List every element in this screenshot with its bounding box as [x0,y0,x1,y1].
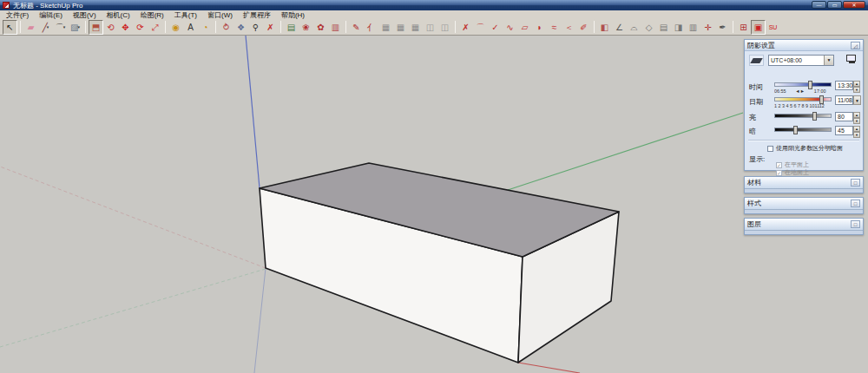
axes-tool[interactable]: ✛ [700,20,715,35]
sample-paint-tool[interactable]: ◨ [671,20,686,35]
light-spinner[interactable]: ▲▼ [853,112,860,121]
menu-edit[interactable]: 编辑(E) [39,10,62,20]
zoom-extents-tool[interactable]: ✗ [263,20,278,35]
maximize-button[interactable]: ▭ [827,1,842,9]
details-toggle-button[interactable] [846,55,858,65]
checkbox-icon[interactable]: ✓ [776,170,782,176]
select-tool[interactable]: ↖ [3,20,17,35]
titlebar[interactable]: 无标题 - SketchUp Pro —▭✕ [0,0,868,10]
rectangle-tool[interactable]: ▨▾ [68,20,82,35]
arc-edit-tool[interactable]: ⌓ [627,20,641,35]
orbit-tool[interactable]: ⥁ [219,20,233,35]
pages-tool[interactable]: ▤ [656,20,671,35]
arc-tool[interactable]: ⌒▾ [53,20,68,35]
grid-sample-tool[interactable]: ▥ [686,20,700,35]
light-slider-handle[interactable] [812,112,817,121]
dark-slider[interactable] [774,128,832,132]
bevel-tool[interactable]: ∠ [612,20,627,35]
tray-layers-header[interactable]: 图层 □ [745,219,863,230]
push-pull-tool[interactable]: ⬒ [89,20,103,35]
components-button[interactable]: ❀ [299,20,313,35]
menu-file[interactable]: 文件(F) [6,10,29,20]
time-value-field[interactable]: 13:30 [835,81,853,90]
use-sun-checkbox[interactable]: 使用阳光参数区分明暗面 [767,144,843,153]
menu-camera[interactable]: 相机(C) [107,10,130,20]
scale-tool[interactable]: ⤢ [148,20,162,35]
tray-materials-header[interactable]: 材料 □ [745,177,863,188]
toolbar-separator [20,21,21,33]
menu-help[interactable]: 帮助(H) [281,10,305,20]
grid-tool-1[interactable]: ▦ [378,20,393,35]
tray-expand-icon[interactable]: □ [851,220,860,228]
timezone-select[interactable]: UTC+08:00 ▼ [768,55,834,66]
draw-check-tool[interactable]: ✓ [488,20,503,35]
dark-spinner[interactable]: ▲▼ [853,126,860,135]
dark-slider-handle[interactable] [793,126,798,134]
protractor-tool[interactable]: ◔ [198,20,213,35]
tray-materials: 材料 □ [744,176,864,193]
draw-zigzag-tool[interactable]: ∿ [503,20,517,35]
rotate-tool[interactable]: ⟳ [133,20,148,35]
light-slider[interactable] [774,114,832,118]
draw-shape-tool[interactable]: ◗ [532,20,547,35]
follow-me-tool[interactable]: ⟲ [103,20,118,35]
date-value-field[interactable]: 11/08 [835,95,853,105]
menu-view[interactable]: 视图(V) [73,10,96,20]
checkbox-icon[interactable] [767,146,773,152]
light-value-field[interactable]: 80 [835,112,853,121]
draw-pen-tool[interactable]: ✐ [576,20,591,35]
shadow-display-button[interactable]: ▣ [751,20,766,35]
draw-arc-tool[interactable]: ⌒ [473,20,488,35]
panel-stack-tool-1[interactable]: ◫ [423,20,437,35]
close-button[interactable]: ✕ [843,1,865,9]
date-dropdown-button[interactable]: ▼ [853,95,861,105]
component-browser-button[interactable]: ▤ [284,20,299,35]
chevron-down-icon[interactable]: ▾ [47,20,49,35]
viewport-canvas[interactable] [0,36,868,373]
text-tool[interactable]: A [183,20,198,35]
menu-draw[interactable]: 绘图(R) [141,10,164,20]
dark-value-field[interactable]: 45 [835,126,853,135]
time-slider[interactable] [774,82,832,87]
move-tool[interactable]: ✥ [118,20,133,35]
menu-window[interactable]: 窗口(W) [207,10,233,20]
menu-extensions[interactable]: 扩展程序 [243,10,271,20]
time-spinner[interactable]: ▲▼ [853,81,860,90]
tray-styles-header[interactable]: 样式 □ [745,198,863,209]
cube-tool[interactable]: ◇ [641,20,656,35]
scenes-button[interactable]: ▥ [328,20,343,35]
grid-tool-3[interactable]: ▦ [408,20,423,35]
shadow-settings-header[interactable]: 阴影设置 ◿ [745,40,863,51]
chevron-down-icon[interactable]: ▾ [77,20,80,35]
solid-box-tool[interactable]: ◧ [597,20,612,35]
checkbox-icon[interactable]: ✓ [776,162,782,168]
tray-expand-icon[interactable]: □ [851,200,860,207]
pen-tool[interactable]: ✒ [715,20,730,35]
minimize-button[interactable]: — [812,1,826,9]
chevron-down-icon[interactable]: ▾ [63,20,66,35]
draw-polygon-tool[interactable]: ▱ [517,20,532,35]
grid-tool-2[interactable]: ▦ [393,20,408,35]
walkthrough-tool[interactable]: 亻 [364,20,378,35]
modeling-viewport[interactable]: 阴影设置 ◿ UTC+08:00 ▼ 时间 [0,36,868,373]
toggle-shadows-button[interactable] [749,55,764,66]
date-slider[interactable] [774,97,832,101]
sketch-pencil-tool[interactable]: ✎ [349,20,364,35]
layers-toolbar-button[interactable]: ⊞ [736,20,751,35]
eraser-tool[interactable]: ▰ [23,20,38,35]
materials-button[interactable]: ✿ [313,20,328,35]
suapp-button[interactable]: SU [766,20,780,35]
line-tool[interactable]: ╱▾ [38,20,53,35]
draw-angle-tool[interactable]: ＜ [562,20,576,35]
panel-stack-tool-2[interactable]: ◫ [437,20,452,35]
tray-expand-icon[interactable]: □ [851,179,860,186]
draw-x-tool[interactable]: ✗ [458,20,473,35]
suapp-button-icon: SU [769,20,778,35]
pan-tool[interactable]: ❖ [233,20,248,35]
draw-spring-tool[interactable]: ≈ [547,20,562,35]
panel-collapse-icon[interactable]: ◿ [851,42,860,49]
zoom-tool[interactable]: ⚲ [248,20,263,35]
tape-measure-tool[interactable]: ◉ [168,20,183,35]
chevron-down-icon[interactable]: ▼ [824,56,833,65]
menu-tools[interactable]: 工具(T) [174,10,197,20]
